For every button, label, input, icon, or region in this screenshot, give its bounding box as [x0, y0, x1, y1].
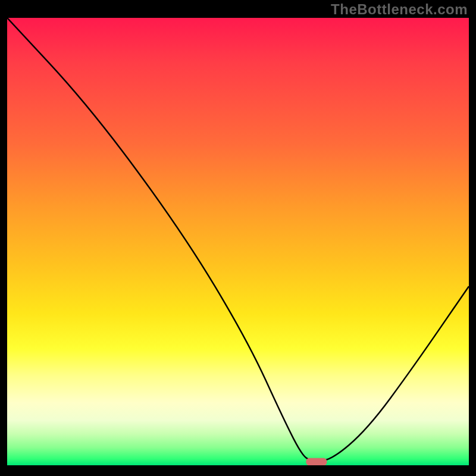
attribution-text: TheBottleneck.com [331, 1, 468, 18]
chart-svg [7, 18, 469, 465]
bottleneck-curve [7, 18, 469, 461]
left-border [0, 0, 7, 476]
chart-frame: TheBottleneck.com [0, 0, 476, 476]
optimal-marker [306, 458, 327, 465]
plot-area [7, 18, 469, 465]
bottom-border [0, 465, 476, 476]
right-border [469, 0, 476, 476]
